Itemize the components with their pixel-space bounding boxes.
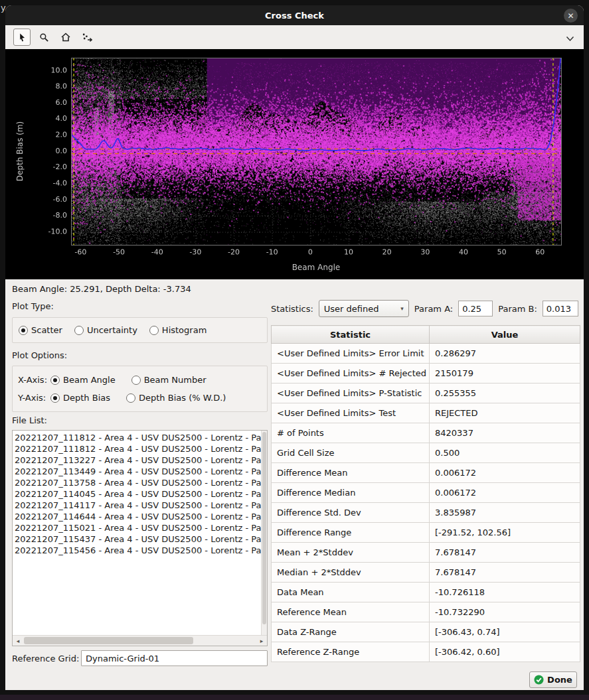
home-icon <box>60 32 71 42</box>
statistics-dropdown[interactable]: User defined ▾ <box>319 300 409 317</box>
stat-name: <User Defined Limits> P-Statistic <box>272 384 430 403</box>
radio-depth-bias[interactable]: Depth Bias <box>50 393 110 403</box>
cross-check-dialog: Cross Check ✕ Beam Angle: 25.291, Depth … <box>5 5 584 690</box>
radio-circle-icon <box>50 393 60 403</box>
plot-options-group: X-Axis: Beam AngleBeam Number Y-Axis: De… <box>12 366 268 412</box>
stat-row: <User Defined Limits> Error Limit0.28629… <box>272 344 580 364</box>
radio-label: Beam Angle <box>63 375 116 385</box>
file-list-item[interactable]: 20221207_113449 - Area 4 - USV DUS2500 -… <box>15 466 261 477</box>
file-list-item[interactable]: 20221207_114644 - Area 4 - USV DUS2500 -… <box>15 511 261 522</box>
vscroll-thumb[interactable] <box>262 432 266 624</box>
file-list-item[interactable]: 20221207_114045 - Area 4 - USV DUS2500 -… <box>15 488 261 500</box>
plot-options-tool-button[interactable] <box>79 29 96 46</box>
stats-table-header-row: Statistic Value <box>272 326 580 344</box>
y-axis-label: Y-Axis: <box>18 393 50 403</box>
stat-name: Difference Median <box>272 483 430 503</box>
radio-scatter[interactable]: Scatter <box>19 325 62 335</box>
plot-type-label: Plot Type: <box>12 301 54 311</box>
param-b-label: Param B: <box>498 304 537 314</box>
stat-row: Difference Mean0.006172 <box>272 463 580 483</box>
radio-histogram[interactable]: Histogram <box>149 325 207 335</box>
file-list[interactable]: 20221207_111812 - Area 4 - USV DUS2500 -… <box>12 430 268 646</box>
x-axis-label: X-Axis: <box>18 375 50 385</box>
chevron-down-icon <box>566 36 574 42</box>
stat-row: Difference Median0.006172 <box>272 483 580 503</box>
file-list-item[interactable]: 20221207_115021 - Area 4 - USV DUS2500 -… <box>15 522 261 533</box>
radio-circle-icon <box>126 393 135 403</box>
stat-row: <User Defined Limits> P-Statistic0.25535… <box>272 384 580 403</box>
file-list-item[interactable]: 20221207_113227 - Area 4 - USV DUS2500 -… <box>15 455 261 466</box>
magnifier-icon <box>39 33 49 42</box>
radio-depth-bias-w-d[interactable]: Depth Bias (% W.D.) <box>126 393 226 403</box>
stat-name: <User Defined Limits> Test <box>272 403 430 423</box>
file-list-item[interactable]: 20221207_113758 - Area 4 - USV DUS2500 -… <box>15 477 261 488</box>
stat-value: [-306.43, 0.74] <box>430 622 580 642</box>
stat-row: Grid Cell Size0.500 <box>272 443 580 463</box>
zoom-tool-button[interactable] <box>35 29 52 46</box>
stat-name: Reference Z-Range <box>272 642 430 662</box>
stat-name: <User Defined Limits> # Rejected <box>272 364 430 384</box>
hscroll-left-arrow-icon[interactable]: ◂ <box>13 636 23 646</box>
radio-circle-icon <box>131 376 141 385</box>
stat-value: REJECTED <box>430 403 580 423</box>
crosscheck-plot-canvas[interactable] <box>5 49 584 279</box>
param-b-input[interactable] <box>543 301 578 316</box>
radio-circle-icon <box>149 326 159 335</box>
stat-row: Reference Mean-10.732290 <box>272 602 580 622</box>
y-axis-row: Y-Axis: Depth BiasDepth Bias (% W.D.) <box>18 389 267 407</box>
stat-value: 8420337 <box>430 423 580 443</box>
close-button[interactable]: ✕ <box>564 9 578 23</box>
file-list-vscrollbar[interactable] <box>261 431 267 635</box>
stat-value: 0.255355 <box>430 384 580 403</box>
y-axis-radio-group: Depth BiasDepth Bias (% W.D.) <box>50 393 242 403</box>
file-list-item[interactable]: 20221207_111812 - Area 4 - USV DUS2500 -… <box>15 443 261 455</box>
statistic-column-header: Statistic <box>272 326 430 344</box>
plot-toolbar <box>5 25 584 49</box>
toolbar-overflow-chevron[interactable] <box>566 32 574 44</box>
stat-value: 0.500 <box>430 443 580 463</box>
pointer-tool-button[interactable] <box>13 29 31 46</box>
hscroll-thumb[interactable] <box>24 637 193 644</box>
param-a-input[interactable] <box>458 301 493 316</box>
reference-grid-label: Reference Grid: <box>12 654 79 664</box>
stat-value: 3.835987 <box>430 503 580 523</box>
hscroll-right-arrow-icon[interactable]: ▸ <box>256 636 267 646</box>
pointer-icon <box>17 33 27 42</box>
stat-row: Median + 2*Stddev7.678147 <box>272 563 580 583</box>
radio-uncertainty[interactable]: Uncertainty <box>74 325 137 335</box>
radio-circle-icon <box>74 326 84 335</box>
param-a-label: Param A: <box>414 304 453 314</box>
stat-value: 0.006172 <box>430 463 580 483</box>
file-list-item[interactable]: 20221207_114117 - Area 4 - USV DUS2500 -… <box>15 500 261 511</box>
stat-row: <User Defined Limits> TestREJECTED <box>272 403 580 423</box>
statistics-label: Statistics: <box>271 304 313 314</box>
stat-value: 7.678147 <box>430 563 580 583</box>
radio-beam-angle[interactable]: Beam Angle <box>50 375 116 385</box>
plot-options-label: Plot Options: <box>12 350 67 360</box>
radio-beam-number[interactable]: Beam Number <box>131 375 207 385</box>
plot-type-group: ScatterUncertaintyHistogram <box>12 317 268 343</box>
stat-value: [-291.52, 102.56] <box>430 523 580 543</box>
file-list-item[interactable]: 20221207_115456 - Area 4 - USV DUS2500 -… <box>15 545 261 556</box>
stat-name: Difference Std. Dev <box>272 503 430 523</box>
file-list-item[interactable]: 20221207_115437 - Area 4 - USV DUS2500 -… <box>15 533 261 545</box>
stat-row: Mean + 2*Stddev7.678147 <box>272 543 580 563</box>
home-view-button[interactable] <box>57 29 74 46</box>
file-list-items: 20221207_111812 - Area 4 - USV DUS2500 -… <box>13 431 261 635</box>
file-list-item[interactable]: 20221207_111812 - Area 4 - USV DUS2500 -… <box>15 432 261 443</box>
file-list-hscrollbar[interactable]: ◂ ▸ <box>13 635 267 646</box>
value-column-header: Value <box>430 326 580 344</box>
stat-name: Reference Mean <box>272 602 430 622</box>
stat-row: # of Points8420337 <box>272 423 580 443</box>
stat-name: Median + 2*Stddev <box>272 563 430 583</box>
stat-value: -10.726118 <box>430 583 580 602</box>
titlebar[interactable]: Cross Check ✕ <box>5 5 584 25</box>
done-button[interactable]: Done <box>529 671 577 688</box>
stat-name: # of Points <box>272 423 430 443</box>
reference-grid-input[interactable] <box>81 650 268 666</box>
radio-label: Scatter <box>31 325 62 335</box>
plot-area[interactable] <box>5 49 584 279</box>
stat-value: -10.732290 <box>430 602 580 622</box>
cursor-readout: Beam Angle: 25.291, Depth Delta: -3.734 <box>12 284 191 294</box>
stat-row: <User Defined Limits> # Rejected2150179 <box>272 364 580 384</box>
